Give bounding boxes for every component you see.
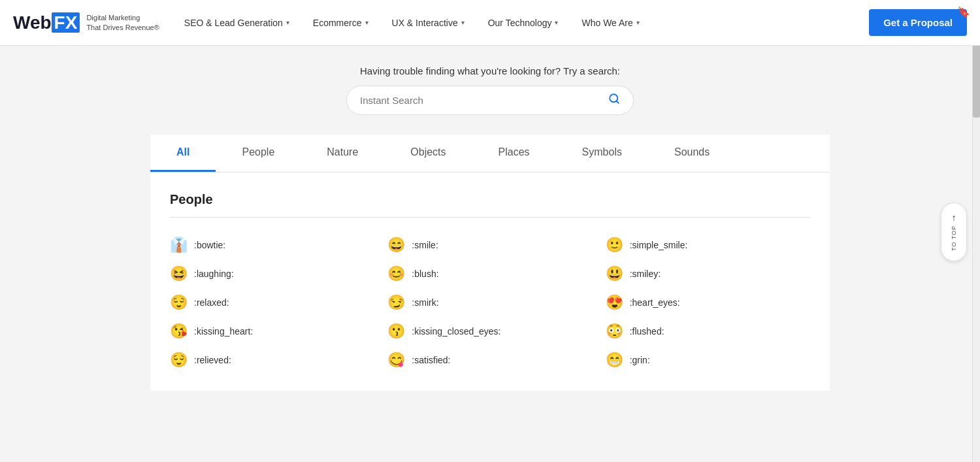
list-item: 😏 :smirk: [387, 291, 592, 314]
emoji-icon: 😌 [170, 353, 188, 367]
logo-web: Web [13, 12, 52, 33]
list-item: 😍 :heart_eyes: [606, 291, 810, 314]
tabs-container: All People Nature Objects Places Symbols… [150, 135, 830, 173]
list-item: 😌 :relaxed: [170, 291, 374, 314]
tab-places[interactable]: Places [472, 135, 556, 172]
list-item: 😆 :laughing: [170, 263, 374, 285]
emoji-code: :flushed: [630, 326, 664, 337]
nav-item-seo[interactable]: SEO & Lead Generation ▾ [172, 0, 301, 46]
emoji-icon: 😋 [387, 353, 405, 367]
emoji-icon: 😘 [170, 324, 188, 338]
tab-all[interactable]: All [150, 135, 216, 172]
search-button[interactable] [608, 93, 620, 108]
chevron-down-icon: ▾ [461, 19, 465, 26]
search-hint: Having trouble finding what you're looki… [0, 65, 980, 76]
tab-symbols[interactable]: Symbols [556, 135, 648, 172]
search-icon [608, 93, 620, 105]
list-item: 😄 :smile: [387, 234, 592, 256]
emoji-code: :bowtie: [194, 240, 225, 250]
logo-subtitle: Digital Marketing That Drives Revenue® [86, 13, 159, 32]
nav-item-ecommerce[interactable]: Ecommerce ▾ [301, 0, 380, 46]
tabs: All People Nature Objects Places Symbols… [150, 135, 830, 172]
emoji-code: :kissing_heart: [194, 326, 253, 337]
emoji-icon: 🙂 [606, 238, 623, 252]
emoji-grid: 👔 :bowtie: 😄 :smile: 🙂 :simple_smile: 😆 … [170, 234, 810, 371]
list-item: 😗 :kissing_closed_eyes: [387, 320, 592, 342]
emoji-icon: 😏 [387, 295, 405, 310]
scrollbar[interactable] [972, 0, 980, 462]
emoji-code: :satisfied: [412, 355, 450, 365]
list-item: 😊 :blush: [387, 263, 592, 285]
list-item: 🙂 :simple_smile: [606, 234, 810, 256]
emoji-code: :relieved: [194, 355, 231, 365]
emoji-code: :kissing_closed_eyes: [412, 326, 500, 337]
emoji-code: :laughing: [194, 269, 234, 279]
emoji-icon: 😗 [387, 324, 405, 338]
main-nav: SEO & Lead Generation ▾ Ecommerce ▾ UX &… [172, 0, 869, 46]
search-box [346, 86, 634, 115]
tab-nature[interactable]: Nature [301, 135, 384, 172]
emoji-icon: 👔 [170, 238, 188, 252]
main-content: Having trouble finding what you're looki… [0, 46, 980, 391]
nav-item-who-we-are[interactable]: Who We Are ▾ [570, 0, 651, 46]
emoji-code: :grin: [630, 355, 650, 365]
search-input[interactable] [360, 95, 608, 106]
emoji-icon: 😁 [606, 353, 623, 367]
section-title-people: People [170, 192, 810, 207]
to-top-button[interactable]: ↑ TO TOP [941, 203, 967, 261]
logo-fx: FX [52, 12, 80, 33]
svg-line-1 [616, 101, 618, 103]
emoji-code: :smiley: [630, 269, 661, 279]
emoji-icon: 😍 [606, 295, 623, 310]
tab-objects[interactable]: Objects [384, 135, 472, 172]
get-proposal-button[interactable]: Get a Proposal [869, 9, 967, 36]
emoji-icon: 😳 [606, 324, 623, 338]
emoji-icon: 😊 [387, 267, 405, 281]
emoji-icon: 😌 [170, 295, 188, 310]
list-item: 😌 :relieved: [170, 349, 374, 371]
tab-sounds[interactable]: Sounds [648, 135, 736, 172]
chevron-down-icon: ▾ [636, 19, 640, 26]
emoji-code: :smile: [412, 240, 438, 250]
list-item: 😘 :kissing_heart: [170, 320, 374, 342]
emoji-code: :heart_eyes: [630, 297, 680, 308]
tab-people[interactable]: People [216, 135, 301, 172]
header: WebFX Digital Marketing That Drives Reve… [0, 0, 980, 46]
emoji-code: :simple_smile: [630, 240, 688, 250]
list-item: 👔 :bowtie: [170, 234, 374, 256]
content-area: People 👔 :bowtie: 😄 :smile: 🙂 :simple_sm… [150, 173, 830, 391]
to-top-arrow-icon: ↑ [952, 212, 956, 223]
emoji-icon: 😄 [387, 238, 405, 252]
list-item: 😋 :satisfied: [387, 349, 592, 371]
logo[interactable]: WebFX [13, 12, 80, 33]
emoji-code: :smirk: [412, 297, 438, 308]
chevron-down-icon: ▾ [555, 19, 558, 26]
list-item: 😃 :smiley: [606, 263, 810, 285]
search-section: Having trouble finding what you're looki… [0, 65, 980, 115]
emoji-icon: 😃 [606, 267, 623, 281]
to-top-label: TO TOP [951, 225, 957, 251]
list-item: 😁 :grin: [606, 349, 810, 371]
list-item: 😳 :flushed: [606, 320, 810, 342]
nav-item-ux[interactable]: UX & Interactive ▾ [380, 0, 476, 46]
nav-item-technology[interactable]: Our Technology ▾ [476, 0, 570, 46]
emoji-code: :blush: [412, 269, 438, 279]
chevron-down-icon: ▾ [286, 19, 289, 26]
logo-area: WebFX Digital Marketing That Drives Reve… [13, 12, 159, 33]
emoji-code: :relaxed: [194, 297, 229, 308]
emoji-icon: 😆 [170, 267, 188, 281]
section-divider [170, 217, 810, 218]
chevron-down-icon: ▾ [365, 19, 368, 26]
